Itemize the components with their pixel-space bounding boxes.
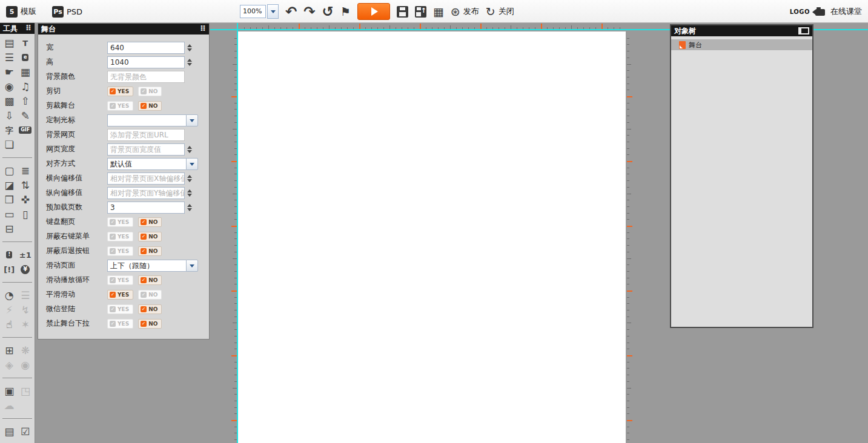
gif-tool-icon[interactable]: GIF <box>18 123 34 137</box>
select-dropdown-button[interactable] <box>186 260 198 272</box>
drag-handle-icon[interactable]: ⠿ <box>25 25 31 31</box>
clip-no-toggle[interactable]: ✓NO <box>138 87 162 96</box>
crop_stage-no-toggle[interactable]: ✓NO <box>138 101 162 111</box>
spinner-up-icon[interactable] <box>187 44 192 47</box>
width-input[interactable]: 640 <box>107 42 185 54</box>
folder-tool-icon[interactable]: ◪ <box>1 178 18 192</box>
wechat_login-yes-toggle[interactable]: ✓YES <box>107 304 133 314</box>
slide_loop-no-toggle[interactable]: ✓NO <box>138 275 162 285</box>
export-icon[interactable]: ↑ <box>415 6 426 18</box>
epage-tool-icon[interactable]: e <box>18 50 34 65</box>
zoom-dropdown-button[interactable] <box>267 4 279 19</box>
clone-tool-icon[interactable]: ❒ <box>1 192 18 207</box>
block_back_button-yes-toggle[interactable]: ✓YES <box>107 246 133 256</box>
select-dropdown-button[interactable] <box>186 114 198 126</box>
spinner-up-icon[interactable] <box>187 189 192 192</box>
psd-button[interactable]: Ps PSD <box>52 6 82 18</box>
clip-yes-toggle[interactable]: ✓YES <box>107 87 133 96</box>
database-tool-icon[interactable]: ▤ <box>1 424 18 439</box>
width-spinner-buttons[interactable] <box>185 42 194 54</box>
keyboard_flip-no-toggle[interactable]: ✓NO <box>138 217 162 227</box>
preload_pages-spinner-buttons[interactable] <box>185 202 194 214</box>
no_stage_pulldown-no-toggle[interactable]: ✓NO <box>138 319 162 329</box>
spinner-down-icon[interactable] <box>187 208 192 211</box>
album-tool-icon[interactable]: ▦ <box>18 65 34 79</box>
keyboard_flip-yes-toggle[interactable]: ✓YES <box>107 217 133 227</box>
redo-icon[interactable]: ↷ <box>303 5 315 19</box>
online-course-link[interactable]: 在线课堂 <box>830 6 862 17</box>
wechat_login-no-toggle[interactable]: ✓NO <box>138 304 162 314</box>
smooth_slide-yes-toggle[interactable]: ✓YES <box>107 290 133 300</box>
stage-canvas[interactable] <box>238 31 626 443</box>
template-button[interactable]: 5 模版 <box>6 6 36 18</box>
comment-tool-icon[interactable]: ! <box>1 248 18 262</box>
upload-tool-icon[interactable]: ⇧ <box>18 94 34 108</box>
play-button[interactable] <box>357 3 390 20</box>
spinner-down-icon[interactable] <box>187 48 192 51</box>
zoom-select[interactable]: 100% <box>240 4 279 19</box>
spinner-up-icon[interactable] <box>187 146 192 149</box>
payment-tool-icon[interactable]: ¥ <box>18 262 34 277</box>
image-tool-icon[interactable]: ▤ <box>1 36 18 50</box>
panorama-tool-icon[interactable]: ▣ <box>1 384 18 398</box>
preload_pages-input[interactable]: 3 <box>107 202 185 214</box>
text-tool-icon[interactable]: T <box>18 36 34 50</box>
board-tool-icon[interactable]: ⊞ <box>1 343 18 358</box>
block_back_button-no-toggle[interactable]: ✓NO <box>138 246 162 256</box>
layers-tool-icon[interactable]: ≣ <box>18 163 34 178</box>
slide_page-select[interactable]: 上下（跟随） <box>107 260 198 272</box>
mobile-view-tool-icon[interactable]: ▯ <box>18 207 34 221</box>
history-icon[interactable]: ↺ <box>322 5 334 19</box>
qrcode-icon[interactable]: ▦ <box>433 6 444 18</box>
height-spinner-buttons[interactable] <box>185 56 194 68</box>
block_context_menu-yes-toggle[interactable]: ✓YES <box>107 232 133 241</box>
tree-item-舞台[interactable]: 舞台 <box>671 39 812 50</box>
bg_webpage-input[interactable]: 添加背景页面URL <box>107 129 185 141</box>
spinner-up-icon[interactable] <box>187 59 192 62</box>
music-tool-icon[interactable]: ♫ <box>18 79 34 94</box>
bg_color-input[interactable]: 无背景颜色 <box>107 71 185 83</box>
offset_y-spinner-buttons[interactable] <box>185 187 194 199</box>
close-button[interactable]: ↻ 关闭 <box>486 6 514 18</box>
art-text-tool-icon[interactable]: 字 <box>1 123 18 137</box>
spinner-down-icon[interactable] <box>187 179 192 182</box>
spinner-up-icon[interactable] <box>187 175 192 178</box>
offset_y-input[interactable]: 相对背景页面Y轴偏移值 <box>107 187 185 199</box>
offset_x-spinner-buttons[interactable] <box>185 172 194 185</box>
offset_x-input[interactable]: 相对背景页面X轴偏移值 <box>107 172 185 185</box>
timer-tool-icon[interactable]: ◔ <box>1 288 18 303</box>
block_context_menu-no-toggle[interactable]: ✓NO <box>138 232 162 241</box>
pen-tool-icon[interactable]: ✎ <box>18 108 34 123</box>
webpage_width-input[interactable]: 背景页面宽度值 <box>107 143 185 156</box>
article-tool-icon[interactable]: ☰ <box>1 50 18 65</box>
bracket-comment-tool-icon[interactable]: [!] <box>1 262 18 277</box>
spinner-down-icon[interactable] <box>187 63 192 66</box>
smooth_slide-no-toggle[interactable]: ✓NO <box>138 290 162 300</box>
select-dropdown-button[interactable] <box>186 158 198 170</box>
page-tool-icon[interactable]: ▢ <box>1 163 18 178</box>
tap-interaction-tool-icon[interactable]: ☛ <box>1 65 18 79</box>
custom_cursor-select[interactable] <box>107 114 198 126</box>
preview-icon[interactable]: ⚑ <box>340 6 351 18</box>
slideshow-tool-icon[interactable]: ❏ <box>1 137 18 152</box>
counter-tool-icon[interactable]: ±1 <box>18 248 34 262</box>
desktop-view-tool-icon[interactable]: ▭ <box>1 207 18 221</box>
slide_loop-yes-toggle[interactable]: ✓YES <box>107 275 133 285</box>
tray-tool-icon[interactable]: ⊟ <box>1 221 18 236</box>
publish-button[interactable]: ⊛ 发布 <box>451 6 479 18</box>
height-input[interactable]: 1040 <box>107 56 185 68</box>
drag-handle-icon[interactable]: ⠿ <box>200 26 206 32</box>
move-tool-icon[interactable]: ✜ <box>18 192 34 207</box>
qrcode-tool-icon[interactable]: ▩ <box>1 94 18 108</box>
collapse-panel-icon[interactable] <box>798 27 809 34</box>
video-tool-icon[interactable]: ◉ <box>1 79 18 94</box>
spinner-down-icon[interactable] <box>187 150 192 153</box>
spinner-up-icon[interactable] <box>187 204 192 207</box>
form-edit-tool-icon[interactable]: ☑ <box>18 424 34 439</box>
touch-tool-icon[interactable]: ☝ <box>1 317 18 332</box>
swap-order-tool-icon[interactable]: ⇅ <box>18 178 34 192</box>
align_mode-select[interactable]: 默认值 <box>107 158 198 170</box>
spinner-down-icon[interactable] <box>187 194 192 197</box>
no_stage_pulldown-yes-toggle[interactable]: ✓YES <box>107 319 133 329</box>
download-tool-icon[interactable]: ⇩ <box>1 108 18 123</box>
